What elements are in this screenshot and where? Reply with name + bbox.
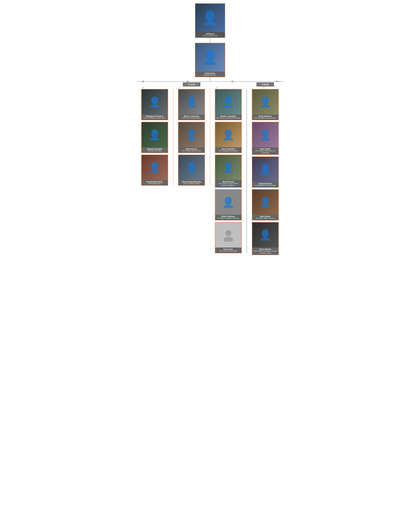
williams-card: 👤 Robert Williams VP, Device Software & … [215, 189, 242, 220]
mccarthy-title: Chief Compliance Officer [179, 183, 204, 185]
olsavsky-name: Brian T. Olsavsky [179, 115, 204, 117]
prasad-name: Rohit Prasad [216, 181, 241, 183]
boom-info: Steve Boom VP, Audio, Twitch & Games [252, 215, 278, 220]
kotas-info: Paul Kotas SVP, Amazon Ads & IMDb [215, 247, 241, 253]
prasad-title: SVP, Head Scientist, Artificial General … [216, 183, 241, 187]
sub-v-col3 [217, 87, 217, 89]
svg-point-1 [224, 237, 233, 242]
bezos-card: 👤 Jeff Bezos Senoir Executive Chair [195, 3, 225, 38]
jassy-card: 👤 Andy Jassy President and CEO [195, 43, 225, 77]
zapolsky-card: 👤 David A. Zapolsky SVP, General Counsel… [215, 89, 242, 120]
kotas-card: Paul Kotas SVP, Amazon Ads & IMDb [215, 222, 242, 253]
zapolsky-title: SVP, General Counsel and Secretary [216, 117, 241, 119]
org-chart: 👤 Jeff Bezos Senoir Executive Chair 👤 An… [3, 3, 417, 255]
bezos-info: Jeff Bezos Senoir Executive Chair [195, 32, 225, 37]
suite-labels-row: C-Suite V-Suite [136, 82, 284, 87]
zapolsky-photo: 👤 [215, 89, 241, 114]
prasad-info: Rohit Prasad SVP, Head Scientist, Artifi… [215, 180, 241, 187]
olsavsky-photo: 👤 [179, 89, 205, 114]
jassy-section: 👤 Andy Jassy President and CEO [195, 43, 225, 82]
sub-v-col4 [264, 87, 264, 89]
svg-point-0 [225, 230, 231, 236]
benett-info: Andrew Benett VP, Global Device Partners… [252, 182, 278, 187]
zapolsky-name: David A. Zapolsky [216, 115, 241, 117]
herrington-card: 👤 Douglas Herrington CEO, Worldwide Amaz… [141, 89, 168, 120]
mishra-photo: 👤 [142, 155, 168, 180]
garman-photo: 👤 [179, 122, 205, 147]
boom-card: 👤 Steve Boom VP, Audio, Twitch & Games [252, 189, 279, 220]
mccarthy-photo: 👤 [179, 155, 205, 180]
benett-name: Andrew Benett [253, 183, 278, 185]
zapolsky-info: David A. Zapolsky SVP, General Counsel a… [215, 114, 241, 120]
bezos-connector-v [210, 38, 210, 43]
mccarthy-info: Vincent McCarthy Dip Chief Compliance Of… [179, 180, 205, 186]
vsuite-col4: 👤 Drew Herdener SVP, Worldwide Communica… [247, 89, 284, 255]
garman-name: Matt Garman [179, 148, 204, 150]
herdener-title: SVP, Worldwide Communications [253, 117, 278, 119]
jassy-info: Andy Jassy President and CEO [195, 72, 225, 77]
olsavsky-card: 👤 Brian T. Olsavsky SVP, Chief Financial… [178, 89, 205, 120]
mishra-title: Chief Medial Officer [142, 183, 167, 185]
bezos-section: 👤 Jeff Bezos Senoir Executive Chair [195, 3, 225, 43]
galleti-card: 👤 Beth Galleti SVP, People, Experience, … [252, 122, 279, 155]
jassy-title: President and CEO [196, 74, 224, 76]
bezos-name: Jeff Bezos [196, 33, 224, 35]
hamilton-info: James Hamilton SVP, Distinguished Engine… [215, 147, 241, 153]
herdener-name: Drew Herdener [253, 115, 278, 117]
merritt-title: Vice President of Design & Creative at A… [253, 250, 278, 254]
schmidt-photo: 👤 [142, 122, 168, 147]
prasad-photo: 👤 [215, 155, 241, 180]
schmidt-info: Stephen Schmidt Chief Security Officer [142, 147, 168, 153]
boom-photo: 👤 [252, 190, 278, 215]
mishra-card: 👤 Sunita Mishra M.D. Chief Medial Office… [141, 155, 168, 186]
csuite-label: C-Suite [183, 82, 201, 87]
garman-title: CEO, Amazon Web Services [179, 150, 204, 152]
herrington-title: CEO, Worldwide Amazon Stores [142, 117, 167, 119]
benett-title: VP, Global Device Partnerships [253, 185, 278, 187]
hamilton-name: James Hamilton [216, 148, 241, 150]
schmidt-name: Stephen Schmidt [142, 148, 167, 150]
benett-card: 👤 Andrew Benett VP, Global Device Partne… [252, 157, 279, 188]
hamilton-photo: 👤 [215, 122, 241, 147]
merritt-card: 👤 Byron Merritt Vice President of Design… [252, 222, 279, 255]
williams-name: Robert Williams [216, 215, 241, 217]
galleti-title: SVP, People, Experience, and Technology [253, 150, 278, 154]
csuite-col3: 👤 David A. Zapolsky SVP, General Counsel… [210, 89, 247, 253]
merritt-name: Byron Merritt [253, 248, 278, 250]
sub-v-col2 [180, 87, 180, 89]
kotas-title: SVP, Amazon Ads & IMDb [216, 250, 241, 252]
kotas-name: Paul Kotas [216, 248, 241, 250]
olsavsky-info: Brian T. Olsavsky SVP, Chief Financial O… [179, 114, 205, 120]
williams-info: Robert Williams VP, Device Software & Se… [215, 215, 241, 220]
hamilton-card: 👤 James Hamilton SVP, Distinguished Engi… [215, 122, 242, 153]
herrington-photo: 👤 [142, 89, 168, 114]
schmidt-title: Chief Security Officer [142, 150, 167, 152]
sub-connector-row [136, 87, 284, 89]
garman-info: Matt Garman CEO, Amazon Web Services [179, 147, 205, 153]
benett-photo: 👤 [252, 157, 278, 182]
galleti-photo: 👤 [252, 122, 278, 147]
csuite-col1: 👤 Douglas Herrington CEO, Worldwide Amaz… [136, 89, 173, 186]
jassy-connector-v [210, 77, 210, 81]
herrington-name: Douglas Herrington [142, 115, 167, 117]
prasad-card: 👤 Rohit Prasad SVP, Head Scientist, Arti… [215, 155, 242, 188]
herdener-info: Drew Herdener SVP, Worldwide Communicati… [252, 114, 278, 120]
mccarthy-name: Vincent McCarthy Dip [179, 181, 204, 183]
vsuite-label: V-Suite [256, 82, 274, 87]
williams-photo: 👤 [215, 190, 241, 215]
williams-title: VP, Device Software & Services [216, 217, 241, 219]
schmidt-card: 👤 Stephen Schmidt Chief Security Officer [141, 122, 168, 153]
columns-area: 👤 Douglas Herrington CEO, Worldwide Amaz… [136, 89, 284, 255]
herdener-photo: 👤 [252, 89, 278, 114]
hamilton-title: SVP, Distinguished Engineer [216, 150, 241, 152]
boom-title: VP, Audio, Twitch & Games [253, 217, 278, 219]
mishra-info: Sunita Mishra M.D. Chief Medial Officer [142, 180, 168, 186]
mccarthy-card: 👤 Vincent McCarthy Dip Chief Compliance … [178, 155, 205, 186]
herrington-info: Douglas Herrington CEO, Worldwide Amazon… [142, 114, 168, 120]
main-branch-h [136, 81, 284, 82]
kotas-silhouette-icon [222, 228, 235, 242]
kotas-photo [215, 222, 241, 247]
mishra-name: Sunita Mishra M.D. [142, 181, 167, 183]
herdener-card: 👤 Drew Herdener SVP, Worldwide Communica… [252, 89, 279, 120]
jassy-photo: 👤 [195, 43, 225, 72]
